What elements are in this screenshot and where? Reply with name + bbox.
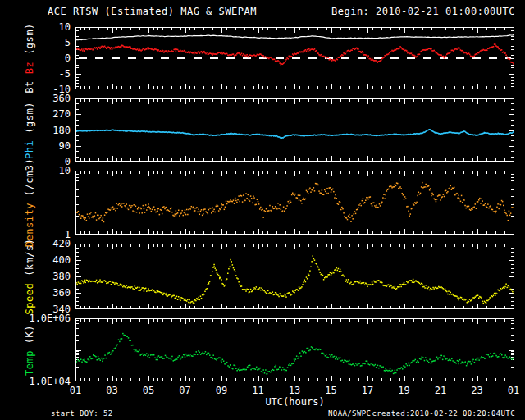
y-axis-label-part: (K) xyxy=(24,324,35,343)
x-tick-label: 21 xyxy=(427,385,454,396)
x-tick-label: 01 xyxy=(500,385,525,396)
panel-canvas-density xyxy=(75,171,514,235)
x-tick-label: 01 xyxy=(62,385,89,396)
plot-area: 1050-5-10BtBz(gsm)360270180900Phi(gsm)10… xyxy=(0,0,525,420)
y-axis-label-part: Speed xyxy=(24,283,35,315)
agency-credit: NOAA/SWPC xyxy=(328,409,371,418)
y-axis-label-phi: Phi(gsm) xyxy=(8,98,51,162)
x-tick-label: 17 xyxy=(354,385,381,396)
x-tick-label: 07 xyxy=(171,385,199,396)
x-tick-label: 23 xyxy=(463,385,491,396)
y-axis-label-part: (/cm3) xyxy=(24,158,35,196)
y-axis-label-text: Speed(km/s) xyxy=(24,235,35,318)
y-axis-label-part: Bt xyxy=(24,80,35,93)
y-axis-label-part: Bz xyxy=(24,62,35,74)
y-axis-label-bt-bz: BtBz(gsm) xyxy=(8,27,51,89)
created-timestamp: created:2010-02-22 00:20:04UTC xyxy=(372,409,515,418)
panel-canvas-phi xyxy=(75,98,514,162)
x-tick-label: 03 xyxy=(98,385,126,396)
y-axis-label-text: Phi(gsm) xyxy=(24,98,35,162)
y-axis-label-part: Temp xyxy=(24,350,35,376)
x-tick-label: 11 xyxy=(244,385,272,396)
x-tick-label: 13 xyxy=(281,385,308,396)
y-axis-label-part: (gsm) xyxy=(24,102,35,134)
y-axis-label-temp: Temp(K) xyxy=(8,318,51,381)
y-axis-label-density: Density(/cm3) xyxy=(8,171,51,235)
ace-rtsw-plot-window: ACE RTSW (Estimated) MAG & SWEPAM Begin:… xyxy=(0,0,525,420)
y-axis-label-speed: Speed(km/s) xyxy=(8,244,51,309)
y-axis-label-part: (km/s) xyxy=(24,239,35,276)
x-axis-label: UTC(hours) xyxy=(75,396,514,408)
y-axis-label-text: Temp(K) xyxy=(24,321,35,378)
panel-canvas-bt-bz xyxy=(75,27,514,89)
y-axis-label-text: BtBz(gsm) xyxy=(24,20,35,97)
x-tick-label: 05 xyxy=(135,385,162,396)
y-axis-label-part: (gsm) xyxy=(24,23,35,55)
start-doy-label: start DOY: 52 xyxy=(51,409,113,418)
panel-canvas-speed xyxy=(75,244,514,309)
panel-canvas-temp xyxy=(75,318,514,381)
x-tick-label: 09 xyxy=(208,385,235,396)
x-tick-label: 19 xyxy=(390,385,418,396)
x-tick-label: 15 xyxy=(317,385,345,396)
